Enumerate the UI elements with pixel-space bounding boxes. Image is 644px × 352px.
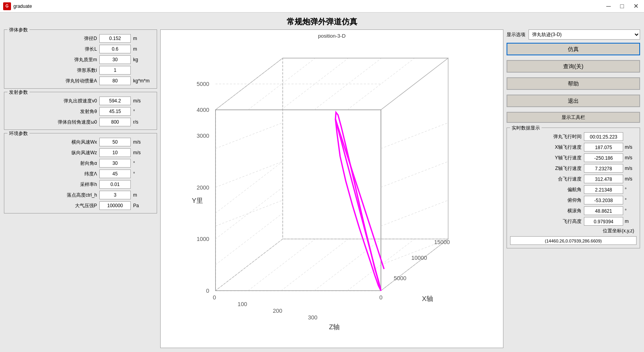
input-v0[interactable]: [99, 97, 131, 105]
rt-value-vx: 187.075: [584, 143, 623, 151]
svg-line-19: [381, 123, 448, 149]
rt-unit-vx: m/s: [625, 144, 637, 150]
param-row-wz: 纵向风速Wz m/s: [8, 148, 153, 157]
query-button[interactable]: 查询(关): [507, 60, 640, 73]
svg-line-18: [216, 200, 283, 226]
svg-text:300: 300: [308, 314, 317, 321]
svg-text:4000: 4000: [197, 107, 209, 113]
svg-text:Y里: Y里: [192, 197, 203, 204]
svg-line-49: [335, 119, 381, 290]
rt-value-altitude: 0.979394: [584, 217, 623, 226]
svg-text:X轴: X轴: [422, 295, 433, 303]
maximize-button[interactable]: □: [618, 2, 626, 10]
input-lambda[interactable]: [99, 170, 131, 178]
svg-line-16: [216, 123, 283, 149]
param-row-lambda: 纬度Λ °: [8, 170, 153, 178]
rt-row-vz: Z轴飞行速度 7.23278 m/s: [510, 164, 637, 173]
label-mass: 弹丸质里m: [8, 57, 99, 63]
rt-row-vtotal: 合飞行速度 312.478 m/s: [510, 175, 637, 183]
param-row-angle: 发射角θ °: [8, 107, 153, 116]
input-inertia[interactable]: [99, 77, 131, 85]
launch-group-title: 发射参数: [7, 89, 29, 96]
minimize-button[interactable]: ─: [604, 2, 613, 10]
input-wz[interactable]: [99, 148, 131, 157]
input-mass[interactable]: [99, 55, 131, 64]
svg-line-9: [281, 239, 348, 291]
rt-unit-vy: m/s: [625, 155, 637, 160]
label-inertia: 弹丸转动惯量A: [8, 78, 99, 84]
input-sample[interactable]: [99, 180, 131, 189]
svg-line-14: [216, 161, 283, 213]
param-row-ctrlh: 落点高度ctrl_h m: [8, 191, 153, 199]
svg-line-20: [381, 161, 448, 187]
help-button[interactable]: 帮助: [507, 77, 640, 90]
input-length[interactable]: [99, 45, 131, 53]
title-bar-left: G graduate: [3, 2, 32, 10]
svg-text:3000: 3000: [197, 133, 209, 139]
app-title: graduate: [13, 4, 32, 9]
input-pressure[interactable]: [99, 201, 131, 210]
app-icon: G: [3, 2, 11, 10]
label-shape: 弹形系数i: [8, 67, 99, 74]
svg-text:5000: 5000: [197, 81, 209, 87]
display-options-select[interactable]: 弹丸轨迹(3-D) 弹丸轨迹(2-D) 速度 角度: [529, 29, 640, 40]
label-diameter: 弹径D: [8, 35, 99, 42]
display-options-row: 显示选项 弹丸轨迹(3-D) 弹丸轨迹(2-D) 速度 角度: [507, 29, 640, 40]
svg-line-8: [248, 239, 315, 291]
svg-text:0: 0: [206, 288, 209, 294]
rt-value-vz: 7.23278: [584, 164, 623, 173]
unit-wz: m/s: [133, 150, 153, 155]
rt-value-vy: -250.186: [584, 153, 623, 162]
simulate-button[interactable]: 仿真: [507, 43, 640, 55]
param-row-wx: 横向风速Wx m/s: [8, 138, 153, 146]
param-row-omega: 弹体自转角速度ω0 r/s: [8, 118, 153, 126]
chart-svg: 0 1000 2000 3000 4000 5000 0 100 200 300…: [164, 40, 500, 345]
svg-line-12: [216, 213, 283, 265]
center-panel: position-3-D: [160, 29, 503, 348]
input-ctrlh[interactable]: [99, 191, 131, 199]
env-group: 环境参数 横向风速Wx m/s 纵向风速Wz m/s 射向角α °: [4, 133, 157, 213]
param-row-mass: 弹丸质里m kg: [8, 55, 153, 64]
svg-text:0: 0: [379, 294, 382, 301]
unit-pressure: Pa: [133, 203, 153, 208]
input-alpha[interactable]: [99, 159, 131, 168]
rt-pos-value: (14460.26,0.07939,286.6609): [510, 236, 637, 245]
param-row-diameter: 弹径D m: [8, 34, 153, 43]
unit-diameter: m: [133, 36, 153, 41]
exit-button[interactable]: 退出: [507, 95, 640, 107]
chart-area: 0 1000 2000 3000 4000 5000 0 100 200 300…: [164, 40, 500, 345]
label-wx: 横向风速Wx: [8, 139, 99, 146]
label-pressure: 大气压强P: [8, 202, 99, 209]
rt-row-pos-label: 位置坐标(x,y,z): [510, 228, 637, 234]
rt-value-yaw: 2.21348: [584, 185, 623, 194]
svg-text:10000: 10000: [411, 255, 427, 261]
param-row-length: 弹长L m: [8, 45, 153, 53]
input-omega[interactable]: [99, 118, 131, 126]
rt-row-vy: Y轴飞行速度 -250.186 m/s: [510, 153, 637, 162]
input-shape[interactable]: [99, 66, 131, 75]
rt-label-pos: 位置坐标(x,y,z): [510, 228, 637, 234]
input-angle[interactable]: [99, 107, 131, 116]
unit-ctrlh: m: [133, 192, 153, 198]
unit-wx: m/s: [133, 139, 153, 145]
rt-row-flighttime: 弹丸飞行时间 00:01:25.223: [510, 132, 637, 141]
page-title: 常规炮弹外弹道仿真: [0, 13, 644, 29]
realtime-group: 实时数据显示 弹丸飞行时间 00:01:25.223 X轴飞行速度 187.07…: [507, 128, 640, 248]
param-row-alpha: 射向角α °: [8, 159, 153, 168]
close-button[interactable]: ✕: [631, 2, 641, 10]
param-row-sample: 采样率h: [8, 180, 153, 189]
label-wz: 纵向风速Wz: [8, 150, 99, 156]
param-row-inertia: 弹丸转动惯量A kg*m*m: [8, 77, 153, 85]
projectile-group-title: 弹体参数: [7, 27, 29, 33]
input-wx[interactable]: [99, 138, 131, 146]
input-diameter[interactable]: [99, 34, 131, 43]
unit-angle: °: [133, 109, 153, 114]
svg-text:2000: 2000: [197, 184, 209, 191]
svg-line-50: [335, 119, 384, 269]
toolbar-button[interactable]: 显示工具栏: [507, 112, 640, 123]
label-ctrlh: 落点高度ctrl_h: [8, 192, 99, 199]
label-lambda: 纬度Λ: [8, 171, 99, 177]
svg-line-21: [381, 200, 448, 226]
rt-unit-vz: m/s: [625, 166, 637, 171]
rt-label-yaw: 偏航角: [510, 186, 584, 193]
